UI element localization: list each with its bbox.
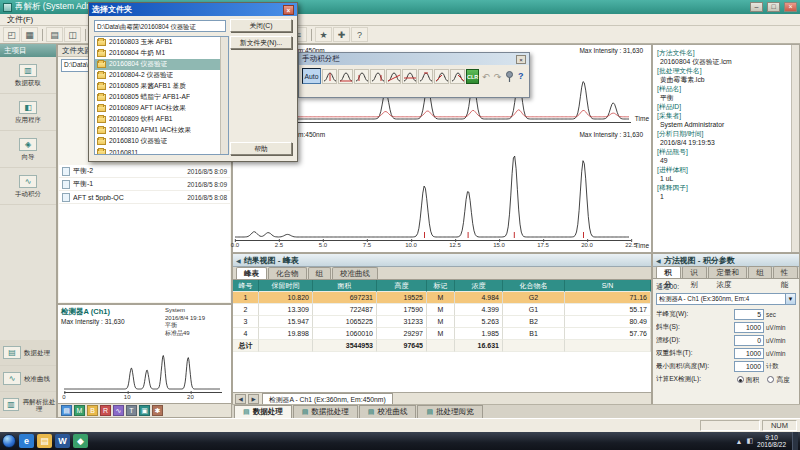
explorer-icon[interactable]: ▤ bbox=[37, 434, 52, 448]
method-field-input[interactable]: 1000 bbox=[734, 361, 764, 372]
new-folder-button[interactable]: 新文件夹(N)... bbox=[230, 36, 292, 49]
results-tab-1[interactable]: 峰表 bbox=[236, 267, 267, 279]
method-tab-2[interactable]: 识别 bbox=[682, 266, 707, 278]
method-tab-4[interactable]: 组 bbox=[748, 266, 772, 278]
method-calc-option[interactable]: 面积 bbox=[737, 375, 760, 385]
close-button[interactable]: × bbox=[784, 2, 797, 12]
collapse-left-icon[interactable]: ◀ bbox=[656, 257, 661, 264]
folder-item[interactable]: 20160804 牛奶 M1 bbox=[95, 48, 228, 59]
file-row[interactable]: AFT st 5ppb-QC2016/8/5 8:08 bbox=[59, 191, 230, 204]
sidebar-item-calibration-curve[interactable]: ∿校准曲线 bbox=[0, 366, 56, 392]
folder-item[interactable]: 20160805 蜡脂宁 AFB1-AF bbox=[95, 92, 228, 103]
sidebar-item-manual-integration[interactable]: ∿手动积分 bbox=[0, 168, 56, 205]
method-field-input[interactable]: 1000 bbox=[734, 322, 764, 333]
clock[interactable]: 9:10 2016/8/22 bbox=[757, 434, 788, 449]
manual-peak-start-end-icon[interactable] bbox=[322, 69, 337, 84]
tray-expand-icon[interactable]: ▲ bbox=[736, 438, 743, 445]
minimize-button[interactable]: – bbox=[750, 2, 763, 12]
folder-item[interactable]: 20160803 玉米 AFB1 bbox=[95, 37, 228, 48]
file-row[interactable]: 平衡-12016/8/5 8:09 bbox=[59, 178, 230, 191]
folder-item[interactable]: 20160805 果酱AFB1 基质 bbox=[95, 81, 228, 92]
preview-plot[interactable] bbox=[64, 345, 222, 393]
pin-toolbar-icon[interactable] bbox=[504, 69, 514, 84]
file-row[interactable]: 平衡-22016/8/5 8:09 bbox=[59, 165, 230, 178]
folder-item[interactable]: 20160809 饮料 AFB1 bbox=[95, 114, 228, 125]
word-icon[interactable]: W bbox=[55, 434, 70, 448]
help-button[interactable]: 帮助 bbox=[230, 142, 292, 155]
method-tab-1[interactable]: 积分 bbox=[656, 266, 681, 278]
menu-file[interactable]: 文件(F) bbox=[4, 14, 36, 25]
sidebar-item-application[interactable]: ◧应用程序 bbox=[0, 94, 56, 131]
method-field-input[interactable]: 0 bbox=[734, 335, 764, 346]
workspace-tab-1[interactable]: ▤数据处理 bbox=[234, 405, 292, 418]
sidebar-item-data-processing[interactable]: ▤数据处理 bbox=[0, 340, 56, 366]
wizard-icon[interactable]: ★ bbox=[315, 27, 332, 42]
channel-tab[interactable]: 检测器A - Ch1 (Ex:360nm, Em:450nm) bbox=[262, 393, 393, 404]
manual-toolbar-close-icon[interactable]: × bbox=[516, 55, 526, 64]
folder-item[interactable]: 20160804-2 仪器验证 bbox=[95, 70, 228, 81]
sidebar-item-reanalysis-batch[interactable]: ▥再解析批处理 bbox=[0, 392, 56, 418]
chevron-down-icon[interactable]: ▼ bbox=[785, 294, 795, 304]
save-icon[interactable]: ▦ bbox=[21, 27, 38, 42]
baseline-shift-icon[interactable] bbox=[434, 69, 449, 84]
maximize-button[interactable]: □ bbox=[767, 2, 780, 12]
results-tab-3[interactable]: 组 bbox=[308, 267, 332, 279]
baseline-horizontal-icon[interactable] bbox=[370, 69, 385, 84]
report-file-icon[interactable]: R bbox=[100, 405, 111, 416]
batch-file-icon[interactable]: B bbox=[87, 405, 98, 416]
app-icon[interactable]: ◆ bbox=[73, 434, 88, 448]
print-icon[interactable]: ▤ bbox=[46, 27, 63, 42]
results-tab-2[interactable]: 化合物 bbox=[268, 267, 307, 279]
sidebar-item-data-acquisition[interactable]: ▥数据获取 bbox=[0, 57, 56, 94]
workspace-tab-3[interactable]: ▤校准曲线 bbox=[359, 405, 417, 418]
method-tab-3[interactable]: 定量和浓度 bbox=[708, 266, 747, 278]
peak-table-row[interactable]: 315.947106522531233M5.263B280.49 bbox=[233, 316, 651, 328]
clear-integration-button[interactable]: CLR bbox=[466, 69, 479, 84]
text-file-icon[interactable]: T bbox=[126, 405, 137, 416]
sidebar-item-wizard[interactable]: ◈向导 bbox=[0, 131, 56, 168]
network-icon[interactable]: ◧ bbox=[746, 437, 753, 445]
folder-item[interactable]: 20160810 AFM1 IAC柱效果 bbox=[95, 125, 228, 136]
method-calc-option[interactable]: 高度 bbox=[767, 375, 790, 385]
baseline-valley-icon[interactable] bbox=[338, 69, 353, 84]
ie-icon[interactable]: e bbox=[19, 434, 34, 448]
baseline-tangent-icon[interactable] bbox=[386, 69, 401, 84]
peak-add-icon[interactable] bbox=[402, 69, 417, 84]
peak-split-icon[interactable] bbox=[354, 69, 369, 84]
channel-select[interactable]: 检测器A - Ch1 (Ex:360nm, Em:4 ▼ bbox=[656, 293, 796, 305]
selected-folder-path[interactable]: D:\Data\曲霉菌\20160804 仪器验证 bbox=[94, 20, 226, 32]
help-icon[interactable]: ? bbox=[516, 69, 526, 84]
folder-item[interactable]: 20160809 AFT IAC柱效果 bbox=[95, 103, 228, 114]
help-icon[interactable]: ? bbox=[351, 27, 368, 42]
redo-icon[interactable]: ↷ bbox=[492, 69, 503, 84]
all-files-icon[interactable]: ✱ bbox=[152, 405, 163, 416]
folder-item[interactable]: 20160804 仪器验证 bbox=[95, 59, 228, 70]
folder-tree-scrollbar[interactable] bbox=[220, 37, 228, 154]
method-field-input[interactable]: 5 bbox=[734, 309, 764, 320]
settings-icon[interactable]: ✚ bbox=[333, 27, 350, 42]
info-scrollbar[interactable] bbox=[791, 45, 799, 252]
tab-scroll-left-icon[interactable]: ◀ bbox=[235, 394, 246, 404]
dialog-close-button[interactable]: 关闭(C) bbox=[230, 19, 292, 32]
image-file-icon[interactable]: ▣ bbox=[139, 405, 150, 416]
peak-delete-icon[interactable] bbox=[418, 69, 433, 84]
workspace-tab-4[interactable]: ▤批处理阅览 bbox=[417, 405, 482, 418]
method-tab-5[interactable]: 性能 bbox=[773, 266, 798, 278]
peak-table-row[interactable]: 110.82069723119525M4.984G271.16 bbox=[233, 292, 651, 304]
results-tab-4[interactable]: 校准曲线 bbox=[332, 267, 378, 279]
peak-table-row[interactable]: 213.30972248717590M4.399G155.17 bbox=[233, 304, 651, 316]
collapse-left-icon[interactable]: ◀ bbox=[236, 257, 241, 264]
dialog-close-icon[interactable]: × bbox=[283, 5, 294, 15]
method-field-input[interactable]: 1000 bbox=[734, 348, 764, 359]
curve-file-icon[interactable]: ∿ bbox=[113, 405, 124, 416]
folder-item[interactable]: 20160811 bbox=[95, 147, 228, 155]
folder-item[interactable]: 20160810 仪器验证 bbox=[95, 136, 228, 147]
preview-icon[interactable]: ◫ bbox=[64, 27, 81, 42]
show-desktop-button[interactable] bbox=[792, 432, 798, 450]
workspace-tab-2[interactable]: ▤数据批处理 bbox=[293, 405, 358, 418]
peak-table-row[interactable]: 419.898106001029297M1.985B157.76 bbox=[233, 328, 651, 340]
peak-table-row[interactable]: 总计35449539764516.631 bbox=[233, 340, 651, 352]
undo-icon[interactable]: ↶ bbox=[480, 69, 491, 84]
auto-integration-button[interactable]: Auto bbox=[302, 68, 321, 84]
open-data-icon[interactable]: ◰ bbox=[3, 27, 20, 42]
